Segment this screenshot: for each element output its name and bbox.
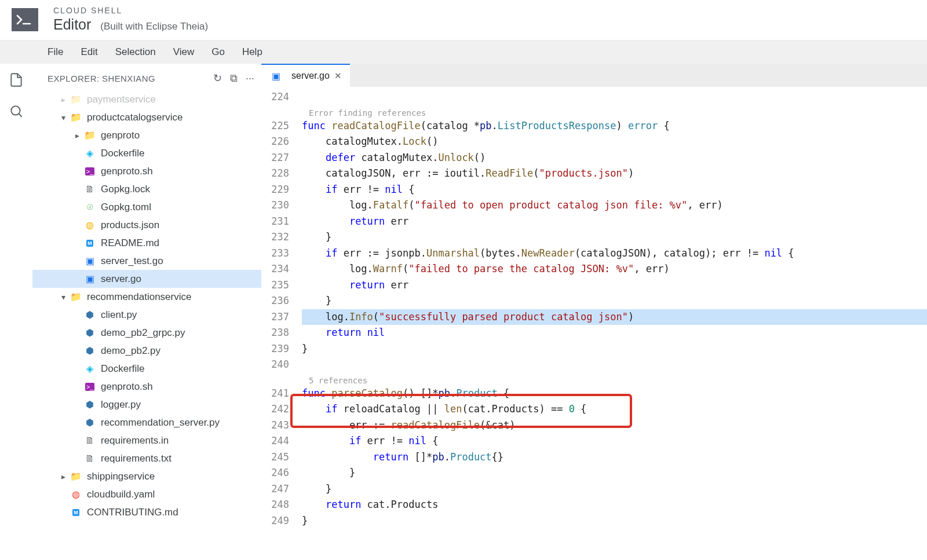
- tree-file-gopkg-lock[interactable]: 🗎Gopkg.lock: [32, 180, 261, 198]
- menu-help[interactable]: Help: [242, 46, 262, 58]
- cloud-shell-logo-icon: [12, 8, 38, 31]
- tree-folder-genproto[interactable]: ▸📁genproto: [32, 126, 261, 144]
- tree-file-gopkg-toml[interactable]: ⦾Gopkg.toml: [32, 198, 261, 216]
- tree-file-requirements-txt[interactable]: 🗎requirements.txt: [32, 449, 261, 467]
- menu-selection[interactable]: Selection: [115, 46, 156, 58]
- menubar: File Edit Selection View Go Help: [0, 40, 927, 64]
- collapse-all-icon[interactable]: ⧉: [230, 72, 238, 85]
- tree-file-genproto-sh2[interactable]: >_genproto.sh: [32, 378, 261, 396]
- codelens-error[interactable]: Error finding references: [302, 105, 927, 118]
- header-title: Editor: [53, 16, 91, 33]
- explorer-title: EXPLORER: SHENXIANG: [48, 74, 213, 83]
- tree-folder-paymentservice[interactable]: ▸📁paymentservice: [32, 90, 261, 108]
- tabbar: ▣ server.go ✕: [261, 64, 927, 87]
- refresh-icon[interactable]: ↻: [213, 72, 222, 85]
- svg-point-0: [11, 106, 20, 115]
- editor-area: ▣ server.go ✕ 224 Error finding referenc…: [261, 64, 927, 557]
- tree-folder-productcatalogservice[interactable]: ▾📁productcatalogservice: [32, 108, 261, 126]
- close-tab-icon[interactable]: ✕: [334, 71, 342, 81]
- tree-file-requirements-in[interactable]: 🗎requirements.in: [32, 431, 261, 449]
- go-file-icon: ▣: [269, 71, 282, 82]
- explorer-panel: EXPLORER: SHENXIANG ↻ ⧉ ··· ▸📁paymentser…: [32, 64, 261, 557]
- tree-folder-recommendationservice[interactable]: ▾📁recommendationservice: [32, 288, 261, 306]
- tree-file-dockerfile[interactable]: ◈Dockerfile: [32, 144, 261, 162]
- tab-server-go[interactable]: ▣ server.go ✕: [261, 64, 350, 87]
- tree-file-demo-pb2[interactable]: ⬢demo_pb2.py: [32, 342, 261, 360]
- menu-view[interactable]: View: [173, 46, 195, 58]
- tree-file-server-go[interactable]: ▣server.go: [32, 270, 261, 288]
- more-icon[interactable]: ···: [246, 72, 254, 85]
- menu-edit[interactable]: Edit: [81, 46, 97, 58]
- tree-file-dockerfile2[interactable]: ◈Dockerfile: [32, 360, 261, 378]
- search-icon[interactable]: [8, 103, 24, 119]
- tree-file-contributing-md[interactable]: MCONTRIBUTING.md: [32, 503, 261, 521]
- menu-go[interactable]: Go: [211, 46, 225, 58]
- files-icon[interactable]: [8, 72, 24, 88]
- activity-bar: [0, 64, 32, 557]
- tree-file-demo-pb2-grpc[interactable]: ⬢demo_pb2_grpc.py: [32, 324, 261, 342]
- tree-file-products-json[interactable]: ◍products.json: [32, 216, 261, 234]
- tree-file-recommendation-server-py[interactable]: ⬢recommendation_server.py: [32, 413, 261, 431]
- header-subtitle: (Built with Eclipse Theia): [100, 21, 208, 32]
- tree-file-client-py[interactable]: ⬢client.py: [32, 306, 261, 324]
- code-editor[interactable]: 224 Error finding references 225func rea…: [261, 87, 927, 557]
- tree-file-genproto-sh[interactable]: >_genproto.sh: [32, 162, 261, 180]
- app-header: CLOUD SHELL Editor (Built with Eclipse T…: [0, 0, 927, 40]
- header-overline: CLOUD SHELL: [53, 6, 208, 15]
- line-number: 224: [261, 89, 302, 105]
- tree-file-readme-md[interactable]: MREADME.md: [32, 234, 261, 252]
- tree-file-logger-py[interactable]: ⬢logger.py: [32, 396, 261, 413]
- file-tree: ▸📁paymentservice ▾📁productcatalogservice…: [32, 89, 261, 521]
- tab-label: server.go: [291, 71, 330, 81]
- tree-file-server-test-go[interactable]: ▣server_test.go: [32, 252, 261, 270]
- menu-file[interactable]: File: [48, 46, 63, 58]
- tree-folder-shippingservice[interactable]: ▸📁shippingservice: [32, 467, 261, 485]
- tree-file-cloudbuild-yaml[interactable]: ◍cloudbuild.yaml: [32, 485, 261, 503]
- codelens-references[interactable]: 5 references: [302, 373, 927, 386]
